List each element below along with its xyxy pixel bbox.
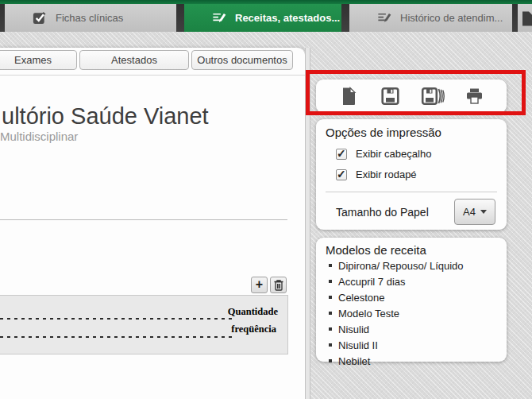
chevron-down-icon (480, 210, 487, 214)
checkbox-label: Exibir cabeçalho (356, 148, 431, 160)
prescription-item-box[interactable]: Quantidade freqüência (0, 295, 288, 354)
template-item[interactable]: Accupril 7 dias (326, 276, 497, 292)
paper-size-dropdown[interactable]: A4 (454, 199, 495, 225)
tab-receitas-atestados[interactable]: Receitas, atestados... (184, 4, 341, 32)
print-toolbar (316, 79, 507, 113)
templates-title: Modelos de receita (326, 243, 497, 257)
document-divider (0, 219, 287, 220)
checkbox-checked-icon[interactable] (336, 169, 347, 180)
subtab-atestados[interactable]: Atestados (79, 50, 189, 70)
prescription-icon (211, 10, 226, 25)
trash-icon (273, 279, 284, 291)
template-item[interactable]: Modelo Teste (326, 308, 497, 323)
print-button[interactable] (463, 84, 487, 108)
template-item[interactable]: Celestone (326, 292, 497, 308)
template-item[interactable]: Nebilet (326, 355, 497, 371)
document-icon (521, 10, 532, 26)
clinic-title: ultório Saúde Vianet (2, 103, 209, 130)
top-accent-strip (0, 0, 532, 4)
paper-size-label: Tamanho do Papel (336, 206, 429, 219)
show-header-checkbox-row[interactable]: Exibir cabeçalho (336, 148, 497, 160)
tab-historico-atendimento[interactable]: Histórico de atendim... (349, 4, 512, 32)
print-options-panel: Opções de impressão Exibir cabeçalho Exi… (316, 119, 507, 230)
tab-label: Histórico de atendim... (400, 12, 503, 24)
subtab-label: Outros documentos (197, 54, 287, 66)
frequency-label: freqüência (231, 323, 276, 335)
vertical-scrollbar[interactable] (305, 48, 310, 399)
clinic-subtitle: Multidisciplinar (0, 130, 78, 143)
tab-fichas-clinicas[interactable]: Fichas clínicas (5, 4, 176, 32)
save-button[interactable] (379, 84, 403, 108)
show-footer-checkbox-row[interactable]: Exibir rodapé (336, 169, 497, 180)
template-item[interactable]: Nisulid II (326, 339, 497, 355)
prescription-templates-panel: Modelos de receita Dipirona/ Repouso/ Lí… (316, 238, 507, 362)
prescription-actions: + (251, 277, 287, 293)
print-options-title: Opções de impressão (326, 126, 497, 139)
plus-icon: + (256, 278, 263, 291)
add-item-button[interactable]: + (251, 277, 268, 293)
checkbox-checked-icon[interactable] (336, 149, 347, 160)
save-all-button[interactable] (421, 84, 445, 108)
document-subtab-row: Exames Atestados Outros documentos (0, 48, 305, 76)
main-tab-bar: Fichas clínicas Receitas, atestados... H… (0, 0, 532, 32)
dashed-fill-line (0, 336, 235, 338)
checkbox-checked-icon (32, 10, 47, 25)
dashed-fill-line (0, 318, 235, 320)
subtab-outros-documentos[interactable]: Outros documentos (191, 50, 293, 70)
paper-size-row: Tamanho do Papel A4 (336, 199, 495, 225)
subtab-exames[interactable]: Exames (0, 50, 77, 70)
checkbox-label: Exibir rodapé (356, 169, 417, 180)
templates-list: Dipirona/ Repouso/ Líquido Accupril 7 di… (326, 260, 497, 371)
quantity-label: Quantidade (228, 306, 278, 318)
document-panel: Exames Atestados Outros documentos ultór… (0, 48, 305, 399)
tab-label: Receitas, atestados... (235, 12, 340, 24)
tab-partial-next[interactable] (518, 4, 532, 32)
tab-label: Fichas clínicas (56, 12, 123, 24)
options-divider (326, 192, 497, 192)
template-item[interactable]: Nisulid (326, 323, 497, 339)
paper-size-value: A4 (463, 206, 476, 218)
app-window: Fichas clínicas Receitas, atestados... H… (0, 0, 532, 399)
delete-item-button[interactable] (270, 277, 287, 293)
template-item[interactable]: Dipirona/ Repouso/ Líquido (326, 260, 497, 276)
subtab-label: Atestados (111, 54, 157, 66)
prescription-icon (376, 10, 391, 25)
subtab-label: Exames (14, 54, 52, 66)
new-document-button[interactable] (337, 84, 360, 108)
